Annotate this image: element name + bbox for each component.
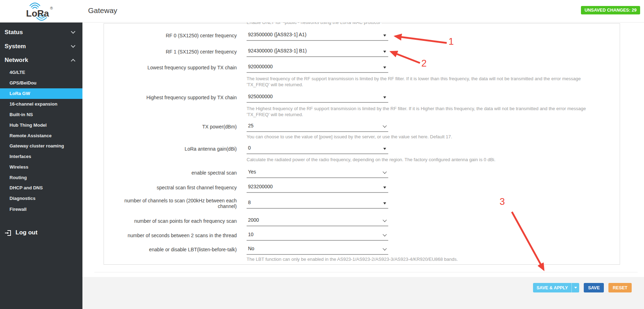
antenna-gain-dropdown[interactable]: 0	[247, 144, 388, 154]
sidebar-section-status[interactable]: Status	[0, 27, 82, 38]
lora-logo: LoRa ®	[23, 2, 57, 21]
field-label: Lowest frequency supported by TX chain	[106, 62, 247, 73]
select-chevron-icon	[383, 124, 386, 127]
select-chevron-icon	[383, 232, 386, 236]
scan-channels-dropdown[interactable]: 8	[247, 198, 388, 209]
chevron-down-icon	[71, 29, 75, 34]
sidebar-item-lora-gw[interactable]: LoRa GW	[0, 88, 82, 99]
logo-text: LoRa	[26, 8, 49, 19]
scan-interval-select[interactable]: 10	[247, 230, 388, 241]
dropdown-caret-icon	[383, 148, 386, 150]
logout-icon	[4, 229, 12, 237]
scan-points-select[interactable]: 2000	[247, 216, 388, 226]
spectral-scan-enable-select[interactable]: Yes	[247, 168, 388, 178]
highest-tx-frequency-dropdown[interactable]: 925000000	[247, 92, 388, 103]
chevron-down-icon	[574, 287, 577, 289]
sidebar: Status System Network 4G/LTE GPS/BeiDou …	[0, 23, 82, 309]
sidebar-item-routing[interactable]: Routing	[0, 172, 82, 183]
action-button-row: SAVE & APPLY SAVE RESET	[533, 283, 632, 292]
antenna-gain-help-text: Calculate the radiated power of the radi…	[247, 157, 594, 163]
form-row-scan-channels: number of channels to scan (200kHz betwe…	[106, 198, 620, 209]
dropdown-caret-icon	[383, 67, 386, 69]
sidebar-item-remote-assistance[interactable]: Remote Assistance	[0, 131, 82, 141]
form-row-rf1: RF 1 (SX1250) center frequency 924300000…	[106, 46, 620, 57]
form-row-scan-points: number of scan points for each frequency…	[106, 216, 620, 226]
chevron-down-icon	[71, 43, 75, 48]
spectral-scan-first-frequency-dropdown[interactable]: 923200000	[247, 182, 388, 193]
top-header: LoRa ® Gateway UNSAVED CHANGES: 29	[0, 0, 644, 23]
lbt-help-text: The LBT function can only be enabled in …	[247, 257, 594, 263]
highest-freq-help-text: The Highest frequency of the RF support …	[247, 106, 594, 118]
dropdown-caret-icon	[383, 187, 386, 189]
sidebar-section-network[interactable]: Network	[0, 55, 82, 66]
sidebar-section-system[interactable]: System	[0, 41, 82, 52]
form-row-tx-power: TX power(dBm) 25	[106, 121, 620, 132]
sidebar-item-gateway-cluster-roaming[interactable]: Gateway cluster roaming	[0, 141, 82, 151]
logo-registered-mark: ®	[50, 6, 53, 10]
form-row-rf0: RF 0 (SX1250) center frequency 923500000…	[106, 30, 620, 41]
select-chevron-icon	[383, 246, 386, 250]
rf0-frequency-dropdown[interactable]: 923500000 ([AS923-1] A1)	[247, 30, 388, 41]
sidebar-item-dhcp-and-dns[interactable]: DHCP and DNS	[0, 183, 82, 193]
footer-area	[82, 277, 644, 309]
sidebar-item-gps-beidou[interactable]: GPS/BeiDou	[0, 78, 82, 88]
tx-power-help-text: You can choose to use the value of [powe…	[247, 134, 594, 140]
dropdown-caret-icon	[383, 51, 386, 53]
field-label: TX power(dBm)	[106, 121, 247, 132]
save-apply-dropdown-toggle[interactable]	[571, 283, 579, 292]
reset-button[interactable]: RESET	[608, 283, 632, 292]
sidebar-item-hub-thing-model[interactable]: Hub Thing Model	[0, 120, 82, 131]
sidebar-item-4g-lte[interactable]: 4G/LTE	[0, 67, 82, 78]
save-button[interactable]: SAVE	[584, 283, 604, 292]
form-row-highest-freq: Highest frequency supported by TX chain …	[106, 92, 620, 103]
dropdown-caret-icon	[383, 34, 386, 37]
save-apply-button[interactable]: SAVE & APPLY	[533, 283, 579, 292]
form-row-lowest-freq: Lowest frequency supported by TX chain 9…	[106, 62, 620, 73]
logout-button[interactable]: Log out	[0, 227, 82, 239]
field-label: LoRa antenna gain(dBi)	[106, 144, 247, 154]
field-label: Highest frequency supported by TX chain	[106, 92, 247, 103]
field-label: number of seconds between 2 scans in the…	[106, 230, 247, 241]
lowest-freq-help-text: The lowest frequency of the RF support t…	[247, 76, 594, 88]
page-title: Gateway	[88, 6, 117, 15]
form-row-lbt: enable or disable LBT(listen-before-talk…	[106, 244, 620, 255]
form-row-spectral-scan: enable spectral scan Yes	[106, 168, 620, 178]
tx-power-select[interactable]: 25	[247, 121, 388, 132]
sidebar-item-firewall[interactable]: Firewall	[0, 204, 82, 215]
form-row-scan-interval: number of seconds between 2 scans in the…	[106, 230, 620, 241]
sidebar-item-built-in-ns[interactable]: Built-in NS	[0, 109, 82, 120]
rf1-frequency-dropdown[interactable]: 924300000 ([AS923-1] B1)	[247, 46, 388, 57]
lora-gateway-admin-page: Enable ONLY for ~public~ networks using …	[0, 0, 644, 309]
sidebar-item-wireless[interactable]: Wireless	[0, 162, 82, 172]
chevron-up-icon	[71, 59, 75, 63]
lbt-enable-select[interactable]: No	[247, 244, 388, 255]
footer-divider	[94, 272, 638, 272]
sidebar-item-interfaces[interactable]: Interfaces	[0, 151, 82, 162]
field-label: enable spectral scan	[106, 168, 247, 178]
form-row-scan-first-channel: spectral scan first channel frequency 92…	[106, 182, 620, 193]
dropdown-caret-icon	[383, 96, 386, 99]
field-label: number of channels to scan (200kHz betwe…	[106, 198, 247, 209]
form-row-antenna-gain: LoRa antenna gain(dBi) 0	[106, 144, 620, 154]
dropdown-caret-icon	[383, 202, 386, 204]
sidebar-item-16-channel-expansion[interactable]: 16-channel expansion	[0, 99, 82, 109]
field-label: RF 0 (SX1250) center frequency	[106, 30, 247, 41]
field-label: enable or disable LBT(listen-before-talk…	[106, 244, 247, 255]
field-label: RF 1 (SX1250) center frequency	[106, 46, 247, 57]
sidebar-item-diagnostics[interactable]: Diagnostics	[0, 193, 82, 204]
unsaved-changes-badge[interactable]: UNSAVED CHANGES: 29	[581, 6, 640, 14]
lowest-tx-frequency-dropdown[interactable]: 920000000	[247, 62, 388, 73]
select-chevron-icon	[383, 170, 386, 174]
select-chevron-icon	[383, 218, 386, 222]
field-label: spectral scan first channel frequency	[106, 182, 247, 193]
field-label: number of scan points for each frequency…	[106, 216, 247, 226]
